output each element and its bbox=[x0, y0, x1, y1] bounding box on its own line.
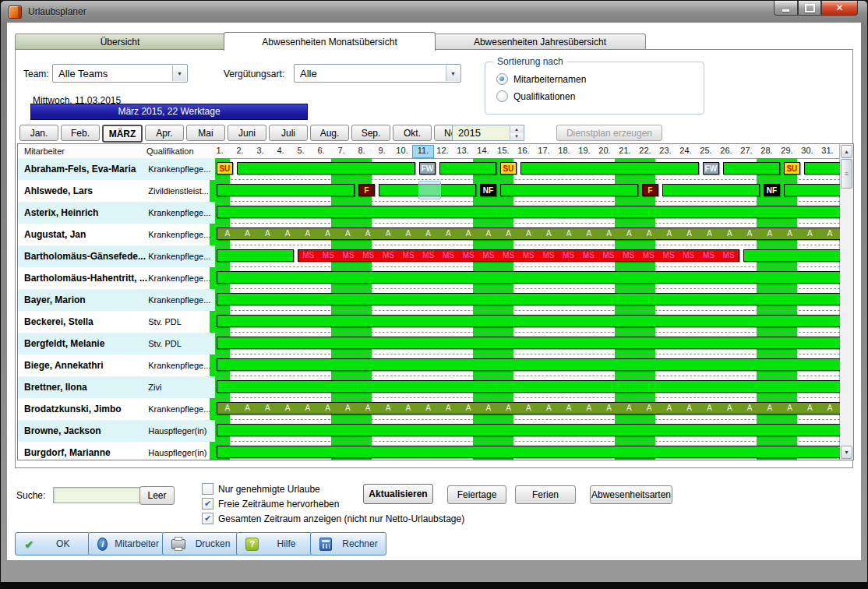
absence-chart-cell[interactable]: MSMSMSMSMSMSMSMSMSMSMSMSMSMSMSMSMSMSMSMS… bbox=[215, 245, 840, 267]
absence-chart-cell[interactable]: SUFWSUFWSU bbox=[215, 158, 840, 180]
absence-badge-fw[interactable]: FW bbox=[703, 162, 719, 175]
absence-bar[interactable] bbox=[217, 293, 840, 305]
absence-day-label: A bbox=[700, 228, 720, 239]
day-header-9: 9. bbox=[372, 145, 392, 157]
tab-monatsuebersicht[interactable]: Abwesenheiten Monatsübersicht bbox=[224, 32, 436, 51]
scroll-up-icon[interactable]: ▲ bbox=[841, 145, 852, 158]
month-button-5[interactable]: Mai bbox=[186, 125, 225, 141]
absence-day-label: A bbox=[217, 403, 238, 414]
absence-bar[interactable] bbox=[723, 162, 780, 175]
generate-schedule-button[interactable]: Dienstplan erzeugen bbox=[556, 125, 662, 141]
drucken-button[interactable]: Drucken bbox=[162, 532, 238, 555]
absence-bar-a[interactable]: AAAAAAAAAAAAAAAAAAAAAAAAAAAAAAA bbox=[217, 227, 840, 240]
absence-bar[interactable] bbox=[743, 249, 840, 262]
checkbox-checked-icon[interactable]: ✔ bbox=[202, 498, 213, 510]
checkbox-option-3[interactable]: ✔Gesamten Zeitraum anzeigen (nicht nur N… bbox=[202, 513, 464, 524]
absence-types-button[interactable]: Abwesenheitsarten bbox=[590, 485, 672, 504]
vertical-scrollbar[interactable]: ▲ ≡ ▼ bbox=[839, 144, 853, 460]
absence-bar[interactable] bbox=[217, 315, 840, 327]
absence-day-label: MS bbox=[699, 250, 719, 261]
clear-search-button[interactable]: Leer bbox=[139, 486, 175, 505]
rechner-button[interactable]: Rechner bbox=[310, 532, 386, 555]
holidays-button[interactable]: Feiertage bbox=[447, 485, 506, 504]
tab-uebersicht[interactable]: Übersicht bbox=[15, 34, 225, 50]
absence-bar-ms[interactable]: MSMSMSMSMSMSMSMSMSMSMSMSMSMSMSMSMSMSMSMS… bbox=[298, 249, 739, 262]
absence-chart-cell[interactable]: AAAAAAAAAAAAAAAAAAAAAAAAAAAAAAA bbox=[215, 398, 840, 420]
spin-up-icon[interactable]: ▲ bbox=[510, 126, 523, 133]
absence-bar[interactable] bbox=[217, 184, 355, 196]
month-button-1[interactable]: Jan. bbox=[19, 125, 58, 141]
year-spinner[interactable]: 2015 ▲ ▼ bbox=[452, 125, 524, 141]
checkbox-unchecked-icon[interactable] bbox=[202, 483, 213, 495]
checkbox-option-1[interactable]: Nur genehmigte Urlaube bbox=[202, 483, 320, 495]
hilfe-button[interactable]: Hilfe bbox=[236, 532, 312, 555]
absence-bar[interactable] bbox=[217, 271, 840, 284]
month-button-7[interactable]: Juli bbox=[269, 125, 308, 141]
absence-badge-nf[interactable]: NF bbox=[480, 184, 496, 196]
absence-chart-cell[interactable] bbox=[215, 354, 840, 376]
absence-bar[interactable] bbox=[237, 162, 415, 175]
absence-bar[interactable] bbox=[520, 162, 699, 175]
employee-column-header: Mitarbeiter bbox=[24, 144, 65, 158]
close-button[interactable]: ✕ bbox=[821, 1, 858, 16]
absence-bar[interactable] bbox=[439, 162, 496, 175]
absence-chart-cell[interactable]: FNFFNF bbox=[215, 180, 840, 202]
absence-chart-cell[interactable] bbox=[215, 442, 840, 460]
close-icon: ✕ bbox=[835, 2, 843, 13]
pay-type-select[interactable]: Alle ▼ bbox=[294, 64, 461, 83]
minimize-button[interactable] bbox=[774, 1, 798, 16]
absence-chart-cell[interactable] bbox=[215, 333, 840, 354]
mitarbeiter-button[interactable]: Mitarbeiter bbox=[88, 532, 164, 555]
sort-radio-qualifikationen[interactable]: Qualifikationen bbox=[496, 90, 575, 102]
absence-bar[interactable] bbox=[217, 249, 294, 262]
absence-badge-f[interactable]: F bbox=[358, 184, 375, 196]
absence-chart-cell[interactable] bbox=[215, 267, 840, 289]
tab-jahresuebersicht[interactable]: Abwesenheiten Jahresübersicht bbox=[434, 34, 646, 50]
absence-badge-fw[interactable]: FW bbox=[419, 162, 436, 175]
absence-bar[interactable] bbox=[217, 206, 840, 218]
absence-chart-cell[interactable] bbox=[215, 202, 840, 224]
scrollbar-thumb[interactable]: ≡ bbox=[841, 159, 852, 189]
search-input[interactable] bbox=[53, 487, 142, 503]
absence-bar[interactable] bbox=[784, 184, 840, 196]
scroll-down-icon[interactable]: ▼ bbox=[841, 446, 852, 459]
school-vacations-button[interactable]: Ferien bbox=[515, 485, 576, 504]
month-button-4[interactable]: Apr. bbox=[145, 125, 184, 141]
team-select[interactable]: Alle Teams ▼ bbox=[52, 64, 188, 83]
absence-bar-a[interactable]: AAAAAAAAAAAAAAAAAAAAAAAAAAAAAAA bbox=[217, 402, 840, 414]
absence-bar[interactable] bbox=[217, 446, 840, 458]
absence-badge-nf[interactable]: NF bbox=[764, 184, 780, 196]
employee-qualification: Zivi bbox=[148, 376, 215, 398]
absence-chart-cell[interactable] bbox=[215, 289, 840, 311]
month-button-3[interactable]: MÄRZ bbox=[102, 125, 143, 143]
month-button-8[interactable]: Aug. bbox=[310, 125, 349, 141]
month-button-10[interactable]: Okt. bbox=[393, 125, 432, 141]
checkbox-checked-icon[interactable]: ✔ bbox=[202, 513, 213, 524]
absence-day-label: A bbox=[619, 403, 639, 414]
absence-bar[interactable] bbox=[217, 337, 840, 349]
absence-chart-cell[interactable] bbox=[215, 420, 840, 442]
absence-badge-f[interactable]: F bbox=[642, 184, 658, 196]
absence-badge-su[interactable]: SU bbox=[217, 162, 233, 175]
spin-down-icon[interactable]: ▼ bbox=[510, 133, 523, 140]
checkbox-option-2[interactable]: ✔Freie Zeiträume hervorheben bbox=[202, 498, 339, 510]
absence-badge-su[interactable]: SU bbox=[784, 162, 800, 175]
refresh-button[interactable]: Aktualisieren bbox=[363, 484, 433, 504]
ok-button[interactable]: OK bbox=[15, 532, 90, 555]
sort-radio-mitarbeiternamen[interactable]: Mitarbeiternamen bbox=[496, 73, 586, 85]
absence-chart-cell[interactable] bbox=[215, 376, 840, 398]
month-button-6[interactable]: Juni bbox=[228, 125, 266, 141]
absence-badge-su[interactable]: SU bbox=[500, 162, 517, 175]
absence-bar[interactable] bbox=[662, 184, 760, 196]
absence-chart-cell[interactable]: AAAAAAAAAAAAAAAAAAAAAAAAAAAAAAA bbox=[215, 224, 840, 245]
absence-bar[interactable] bbox=[804, 162, 840, 175]
absence-bar[interactable] bbox=[500, 184, 638, 196]
maximize-button[interactable] bbox=[798, 1, 821, 16]
month-button-9[interactable]: Sep. bbox=[351, 125, 390, 141]
absence-bar[interactable] bbox=[217, 424, 840, 436]
month-button-2[interactable]: Feb. bbox=[61, 125, 100, 141]
absence-chart-cell[interactable] bbox=[215, 311, 840, 333]
absence-bar[interactable] bbox=[217, 358, 840, 371]
absence-bar[interactable] bbox=[217, 380, 840, 393]
today-cell-cursor[interactable] bbox=[418, 181, 441, 199]
